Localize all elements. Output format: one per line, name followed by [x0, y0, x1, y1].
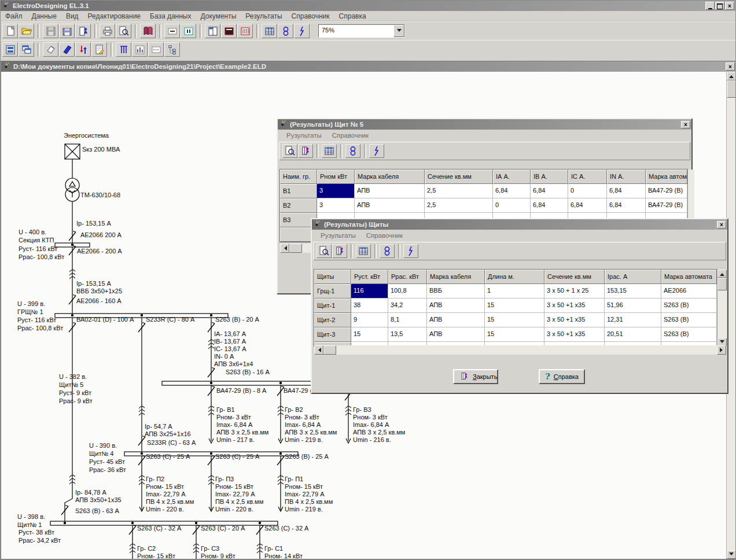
table-cell[interactable]: 3 х 50 + 1 х 25 [544, 284, 605, 299]
save-project-button[interactable] [59, 24, 75, 38]
shields-table-hscrollbar[interactable] [314, 345, 726, 355]
chevron-down-icon[interactable] [393, 25, 404, 37]
breaker-button[interactable] [294, 24, 310, 38]
table-cell[interactable]: 3 [317, 184, 355, 198]
close-dialog-button[interactable]: Закрыть [453, 369, 498, 384]
table-cell[interactable]: 3 [317, 198, 355, 213]
menu-item-9[interactable]: Справка [334, 12, 371, 21]
print-preview-button[interactable] [282, 144, 297, 158]
columns-button[interactable] [116, 42, 131, 57]
column-header[interactable]: Щиты [314, 270, 351, 284]
table-cell[interactable]: ВВБ [427, 284, 485, 299]
table-cell[interactable]: 100,8 [388, 284, 427, 299]
zoom-select[interactable]: 75% [318, 24, 405, 38]
table-cell[interactable]: 51,96 [605, 299, 661, 313]
column-header[interactable]: Iрас. А [605, 270, 661, 284]
rings-button[interactable] [345, 144, 360, 158]
table-button[interactable] [356, 244, 371, 258]
row-header[interactable]: Грщ-1 [314, 284, 351, 299]
menu-item-4[interactable]: Редактирование [83, 12, 145, 21]
menu-item-1[interactable]: Рузультаты [315, 231, 361, 240]
column-header[interactable]: Наим. гр. [280, 170, 317, 184]
column-header[interactable]: Марка кабеля [427, 270, 485, 284]
table-cell[interactable]: АПВ [427, 299, 485, 313]
table-cell[interactable]: АЕ2066 [661, 284, 717, 299]
close-door-button[interactable] [332, 244, 347, 258]
row-header[interactable]: В1 [280, 184, 317, 198]
table-cell[interactable]: S263 (В) [661, 327, 717, 342]
menu-item-3[interactable]: Вид [61, 12, 83, 21]
panel-striped-button[interactable] [237, 24, 253, 38]
row-header[interactable]: В2 [280, 198, 317, 213]
column-header[interactable]: Ррас. кВт [388, 270, 427, 284]
table-cell[interactable]: 15 [351, 327, 388, 342]
table-cell[interactable]: 9 [351, 313, 388, 327]
menu-item-6[interactable]: Документы [196, 12, 241, 21]
menu-item-2[interactable]: Справочник [327, 131, 374, 139]
shields-table-vscrollbar[interactable] [717, 270, 727, 346]
table-cell[interactable]: 0 [493, 198, 531, 213]
table-cell[interactable]: 3 х 50 +1 х35 [544, 313, 605, 327]
table-cell[interactable]: 1 [485, 284, 544, 299]
column-header[interactable]: Руст. кВт [351, 270, 388, 284]
table-cell[interactable]: АПВ [355, 198, 425, 213]
menu-item-5[interactable]: База данных [145, 12, 196, 21]
scroll-up-icon[interactable] [727, 72, 736, 80]
close-project-button[interactable] [75, 24, 91, 38]
scrollbar-thumb[interactable] [289, 244, 302, 253]
table-cell[interactable]: 13,5 [388, 327, 427, 342]
table-cell[interactable]: 34,2 [388, 299, 427, 313]
sort-button[interactable] [75, 42, 91, 57]
row-header[interactable]: Щит-2 [314, 313, 351, 327]
row-header[interactable]: Щит-3 [314, 327, 351, 342]
handbook-button[interactable] [140, 24, 156, 38]
table-cell[interactable]: 38 [351, 299, 388, 313]
menu-item-8[interactable]: Справочник [287, 12, 334, 21]
column-header[interactable]: IN А. [607, 170, 646, 184]
table-cell[interactable]: 153,15 [605, 284, 661, 299]
menu-item-2[interactable]: Данные [27, 12, 61, 21]
print-button[interactable] [100, 24, 115, 38]
dotted-button[interactable] [148, 42, 164, 57]
column-header[interactable]: Рном кВт [317, 170, 355, 184]
menu-item-7[interactable]: Результаты [241, 12, 286, 21]
edit-doc-button[interactable] [91, 42, 107, 57]
tree-button[interactable] [164, 42, 180, 57]
table-cell[interactable]: 0 [568, 184, 607, 198]
panel-black-button[interactable] [221, 24, 237, 38]
help-button[interactable]: ? Справка [539, 369, 585, 384]
eraser-button[interactable] [43, 42, 58, 57]
breaker-button[interactable] [369, 144, 384, 158]
dialog-shields-close-button[interactable]: × [717, 221, 726, 229]
table-cell[interactable]: S263 (В) [661, 299, 717, 313]
table-cell[interactable]: 2,5 [425, 198, 493, 213]
table-button[interactable] [262, 24, 277, 38]
table-cell[interactable]: 6,84 [607, 198, 646, 213]
table-cell[interactable]: 20,51 [605, 327, 661, 342]
panel-button[interactable] [205, 24, 220, 38]
table-cell[interactable]: 15 [485, 313, 544, 327]
document-close-button[interactable]: × [726, 62, 735, 71]
table-cell[interactable]: 8,1 [388, 313, 427, 327]
table-cell[interactable]: АПВ [355, 184, 425, 198]
rings-button[interactable] [278, 24, 293, 38]
print-preview-button[interactable] [116, 24, 131, 38]
open-button[interactable] [19, 24, 34, 38]
table-cell[interactable]: АПВ [427, 313, 485, 327]
table-cell[interactable]: 15 [485, 299, 544, 313]
table-cell[interactable]: 2,5 [425, 184, 493, 198]
new-button[interactable] [2, 24, 18, 38]
column-header[interactable]: Сечение кв.мм [425, 170, 493, 184]
table-cell[interactable]: 6,84 [568, 198, 607, 213]
scrollbar-track[interactable] [336, 345, 717, 355]
table-cell[interactable]: 6,84 [607, 184, 646, 198]
table-cell[interactable]: S263 (В) [661, 313, 717, 327]
scroll-left-icon[interactable] [280, 244, 289, 253]
pause-button[interactable] [181, 24, 196, 38]
column-header[interactable]: Сечение кв.мм [544, 270, 605, 284]
scroll-down-icon[interactable] [727, 550, 736, 559]
dialog-shield5-close-button[interactable]: × [681, 121, 690, 128]
menu-item-2[interactable]: Справочник [361, 231, 408, 240]
minimize-button[interactable] [705, 2, 715, 10]
equals-button[interactable] [164, 24, 180, 38]
